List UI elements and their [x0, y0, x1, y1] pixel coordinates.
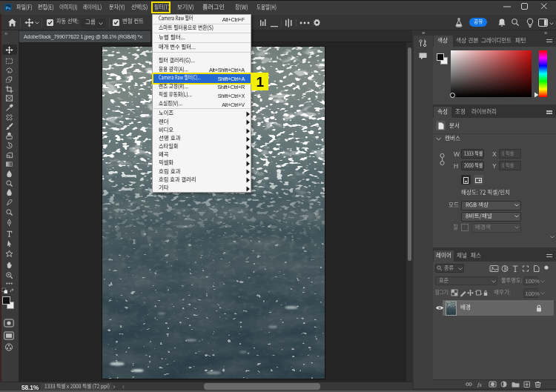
svg-text:fx: fx: [477, 381, 482, 388]
